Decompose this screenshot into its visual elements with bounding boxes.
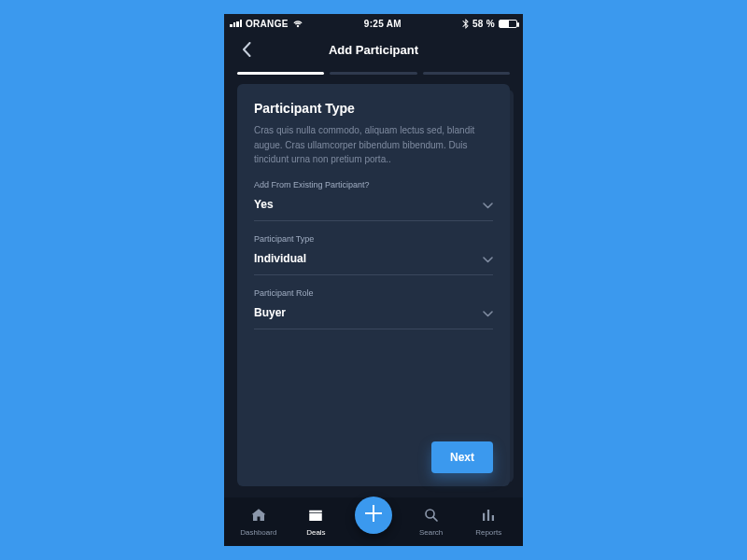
card-stack: Participant Type Cras quis nulla commodo… bbox=[224, 84, 523, 497]
card-description: Cras quis nulla commodo, aliquam lectus … bbox=[254, 123, 493, 167]
field-existing-label: Add From Existing Participant? bbox=[254, 180, 493, 189]
select-type[interactable]: Individual bbox=[254, 246, 493, 275]
plus-icon bbox=[365, 505, 382, 525]
select-type-value: Individual bbox=[254, 252, 306, 265]
field-role: Participant Role Buyer bbox=[254, 288, 493, 329]
tab-deals-label: Deals bbox=[306, 528, 325, 537]
tab-reports-label: Reports bbox=[475, 528, 501, 537]
select-existing[interactable]: Yes bbox=[254, 192, 493, 221]
carrier-label: ORANGE bbox=[246, 19, 289, 29]
select-role-value: Buyer bbox=[254, 306, 286, 319]
nav-header: Add Participant bbox=[224, 33, 523, 66]
tab-bar: Dashboard Deals Search Reports bbox=[224, 497, 523, 546]
tab-reports[interactable]: Reports bbox=[459, 507, 517, 537]
step-progress bbox=[224, 66, 523, 84]
select-existing-value: Yes bbox=[254, 198, 274, 211]
search-icon bbox=[423, 507, 440, 525]
page-title: Add Participant bbox=[329, 43, 418, 57]
progress-step-3 bbox=[423, 72, 510, 75]
chevron-down-icon bbox=[483, 304, 493, 321]
wifi-icon bbox=[292, 20, 303, 28]
tab-search-label: Search bbox=[419, 528, 443, 537]
battery-icon bbox=[499, 20, 517, 28]
signal-bars-icon bbox=[230, 20, 242, 27]
field-role-label: Participant Role bbox=[254, 288, 493, 298]
status-time: 9:25 AM bbox=[364, 19, 402, 29]
reports-icon bbox=[480, 507, 497, 525]
tab-deals[interactable]: Deals bbox=[288, 507, 345, 537]
card-title: Participant Type bbox=[254, 101, 493, 116]
tab-search[interactable]: Search bbox=[402, 507, 460, 537]
field-type: Participant Type Individual bbox=[254, 234, 493, 275]
progress-step-1 bbox=[237, 72, 324, 75]
tab-add-wrap bbox=[345, 510, 402, 534]
back-button[interactable] bbox=[233, 33, 260, 66]
chevron-left-icon bbox=[242, 42, 251, 57]
progress-step-2 bbox=[330, 72, 416, 75]
form-card: Participant Type Cras quis nulla commodo… bbox=[237, 84, 510, 486]
status-bar: ORANGE 9:25 AM 58 % bbox=[224, 14, 523, 33]
chevron-down-icon bbox=[483, 196, 493, 213]
tab-dashboard-label: Dashboard bbox=[240, 528, 276, 537]
chevron-down-icon bbox=[483, 250, 493, 267]
field-existing: Add From Existing Participant? Yes bbox=[254, 180, 493, 221]
bluetooth-icon bbox=[462, 19, 469, 29]
tab-dashboard[interactable]: Dashboard bbox=[230, 507, 288, 537]
phone-frame: ORANGE 9:25 AM 58 % bbox=[224, 14, 523, 546]
field-type-label: Participant Type bbox=[254, 234, 493, 244]
select-role[interactable]: Buyer bbox=[254, 301, 493, 329]
home-icon bbox=[250, 507, 267, 525]
add-button[interactable] bbox=[355, 497, 392, 534]
deals-icon bbox=[307, 507, 324, 525]
battery-percent: 58 % bbox=[472, 19, 495, 29]
next-button[interactable]: Next bbox=[431, 441, 493, 473]
